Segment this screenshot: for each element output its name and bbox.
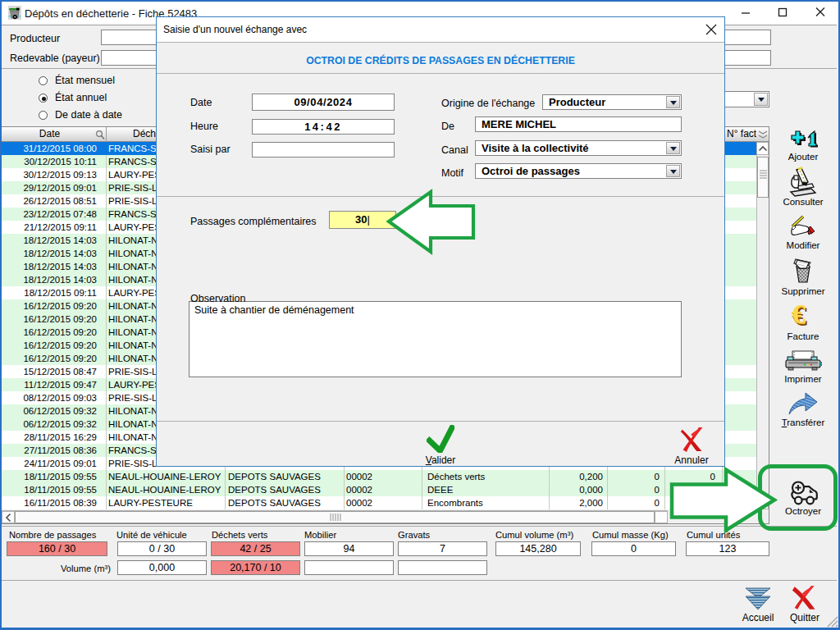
- svg-text:€: €: [792, 301, 806, 329]
